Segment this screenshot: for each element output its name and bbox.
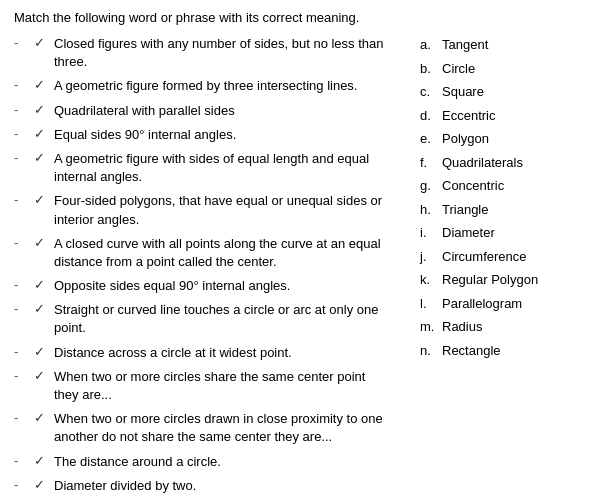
instruction-text: Match the following word or phrase with … xyxy=(14,10,580,25)
match-prefix: - xyxy=(14,102,30,117)
match-item: -✓A closed curve with all points along t… xyxy=(14,235,390,271)
answer-item: m.Radius xyxy=(420,317,580,337)
answer-letter: f. xyxy=(420,153,438,173)
match-arrow-icon[interactable]: ✓ xyxy=(34,368,50,383)
match-prefix: - xyxy=(14,126,30,141)
answer-item: h.Triangle xyxy=(420,200,580,220)
match-item: -✓Straight or curved line touches a circ… xyxy=(14,301,390,337)
main-layout: -✓Closed figures with any number of side… xyxy=(14,35,580,501)
match-arrow-icon[interactable]: ✓ xyxy=(34,150,50,165)
answer-item: f.Quadrilaterals xyxy=(420,153,580,173)
answer-letter: b. xyxy=(420,59,438,79)
answer-letter: l. xyxy=(420,294,438,314)
answer-letter: e. xyxy=(420,129,438,149)
answer-item: c.Square xyxy=(420,82,580,102)
answer-text: Quadrilaterals xyxy=(442,153,523,173)
answer-text: Diameter xyxy=(442,223,495,243)
match-arrow-icon[interactable]: ✓ xyxy=(34,126,50,141)
answer-letter: n. xyxy=(420,341,438,361)
match-prefix: - xyxy=(14,35,30,50)
match-text: Closed figures with any number of sides,… xyxy=(54,35,390,71)
match-arrow-icon[interactable]: ✓ xyxy=(34,35,50,50)
match-item: -✓When two or more circles share the sam… xyxy=(14,368,390,404)
match-text: The distance around a circle. xyxy=(54,453,390,471)
answer-letter: m. xyxy=(420,317,438,337)
answer-text: Tangent xyxy=(442,35,488,55)
match-prefix: - xyxy=(14,344,30,359)
answer-letter: c. xyxy=(420,82,438,102)
answer-letter: i. xyxy=(420,223,438,243)
left-column: -✓Closed figures with any number of side… xyxy=(14,35,410,501)
match-item: -✓Quadrilateral with parallel sides xyxy=(14,102,390,120)
answer-letter: k. xyxy=(420,270,438,290)
answer-letter: h. xyxy=(420,200,438,220)
match-text: Quadrilateral with parallel sides xyxy=(54,102,390,120)
match-prefix: - xyxy=(14,235,30,250)
match-item: -✓A geometric figure with sides of equal… xyxy=(14,150,390,186)
match-prefix: - xyxy=(14,477,30,492)
match-arrow-icon[interactable]: ✓ xyxy=(34,453,50,468)
match-arrow-icon[interactable]: ✓ xyxy=(34,77,50,92)
answer-text: Polygon xyxy=(442,129,489,149)
match-item: -✓Equal sides 90° internal angles. xyxy=(14,126,390,144)
match-text: Equal sides 90° internal angles. xyxy=(54,126,390,144)
answer-text: Concentric xyxy=(442,176,504,196)
match-prefix: - xyxy=(14,277,30,292)
match-item: -✓Four-sided polygons, that have equal o… xyxy=(14,192,390,228)
match-text: A geometric figure formed by three inter… xyxy=(54,77,390,95)
answer-text: Eccentric xyxy=(442,106,495,126)
match-prefix: - xyxy=(14,192,30,207)
match-text: When two or more circles drawn in close … xyxy=(54,410,390,446)
match-arrow-icon[interactable]: ✓ xyxy=(34,192,50,207)
match-arrow-icon[interactable]: ✓ xyxy=(34,102,50,117)
match-prefix: - xyxy=(14,77,30,92)
match-text: Diameter divided by two. xyxy=(54,477,390,495)
match-arrow-icon[interactable]: ✓ xyxy=(34,410,50,425)
match-arrow-icon[interactable]: ✓ xyxy=(34,301,50,316)
match-prefix: - xyxy=(14,410,30,425)
answer-item: e.Polygon xyxy=(420,129,580,149)
match-prefix: - xyxy=(14,368,30,383)
match-text: A closed curve with all points along the… xyxy=(54,235,390,271)
answer-item: n.Rectangle xyxy=(420,341,580,361)
right-column: a.Tangentb.Circlec.Squared.Eccentrice.Po… xyxy=(410,35,580,501)
answer-item: j.Circumference xyxy=(420,247,580,267)
match-arrow-icon[interactable]: ✓ xyxy=(34,277,50,292)
answer-item: b.Circle xyxy=(420,59,580,79)
answer-item: i.Diameter xyxy=(420,223,580,243)
answer-letter: a. xyxy=(420,35,438,55)
match-item: -✓Closed figures with any number of side… xyxy=(14,35,390,71)
answer-letter: g. xyxy=(420,176,438,196)
match-item: -✓Distance across a circle at it widest … xyxy=(14,344,390,362)
answer-text: Parallelogram xyxy=(442,294,522,314)
answer-item: d.Eccentric xyxy=(420,106,580,126)
match-text: A geometric figure with sides of equal l… xyxy=(54,150,390,186)
match-text: When two or more circles share the same … xyxy=(54,368,390,404)
match-text: Opposite sides equal 90° internal angles… xyxy=(54,277,390,295)
match-item: -✓Diameter divided by two. xyxy=(14,477,390,495)
answer-letter: d. xyxy=(420,106,438,126)
match-prefix: - xyxy=(14,150,30,165)
match-text: Straight or curved line touches a circle… xyxy=(54,301,390,337)
answer-text: Triangle xyxy=(442,200,488,220)
match-text: Distance across a circle at it widest po… xyxy=(54,344,390,362)
answer-item: g.Concentric xyxy=(420,176,580,196)
answer-text: Circle xyxy=(442,59,475,79)
answer-letter: j. xyxy=(420,247,438,267)
match-item: -✓When two or more circles drawn in clos… xyxy=(14,410,390,446)
match-item: -✓A geometric figure formed by three int… xyxy=(14,77,390,95)
answer-text: Regular Polygon xyxy=(442,270,538,290)
answer-item: l.Parallelogram xyxy=(420,294,580,314)
answer-text: Circumference xyxy=(442,247,527,267)
match-arrow-icon[interactable]: ✓ xyxy=(34,477,50,492)
answer-text: Radius xyxy=(442,317,482,337)
answer-item: k.Regular Polygon xyxy=(420,270,580,290)
match-arrow-icon[interactable]: ✓ xyxy=(34,344,50,359)
answer-item: a.Tangent xyxy=(420,35,580,55)
match-prefix: - xyxy=(14,301,30,316)
match-item: -✓Opposite sides equal 90° internal angl… xyxy=(14,277,390,295)
answer-text: Square xyxy=(442,82,484,102)
match-arrow-icon[interactable]: ✓ xyxy=(34,235,50,250)
answer-text: Rectangle xyxy=(442,341,501,361)
match-item: -✓The distance around a circle. xyxy=(14,453,390,471)
